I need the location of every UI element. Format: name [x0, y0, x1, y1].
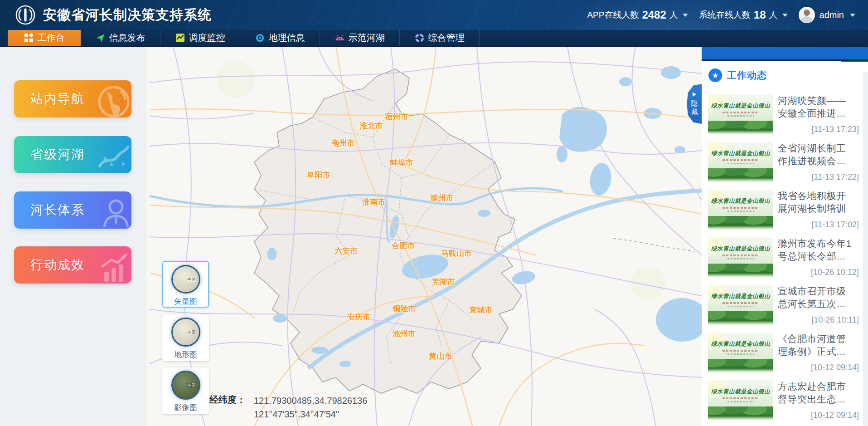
- username-label[interactable]: admin: [820, 10, 844, 20]
- panel-scrollbar[interactable]: [863, 72, 868, 426]
- sys-online-label: 系统在线人数: [699, 9, 751, 21]
- news-title: 宣城市召开市级总河长第五次…: [778, 285, 852, 310]
- sidebar-button-label: 站内导航: [30, 90, 85, 108]
- layer-label: 地形图: [174, 349, 197, 360]
- layer-card-imagery[interactable]: 中国 影像图: [162, 367, 209, 414]
- page-title: 安徽省河长制决策支持系统: [43, 6, 212, 24]
- tab-label: 示范河湖: [349, 32, 385, 44]
- app-online-dropdown[interactable]: APP在线人数 2482 人: [587, 9, 688, 21]
- news-item[interactable]: 绿水青山就是金山银山 我省各地积极开展河湖长制培训 [11-13 17:02]: [708, 190, 863, 230]
- layer-label: 矢量图: [174, 296, 197, 307]
- sidebar-button-action-results[interactable]: 行动成效: [14, 246, 131, 284]
- news-thumbnail: 绿水青山就是金山银山: [708, 94, 773, 134]
- sidebar-button-label: 省级河湖: [30, 146, 85, 163]
- tab-comprehensive-mgmt[interactable]: 综合管理: [400, 30, 480, 46]
- news-title: 方志宏赴合肥市督导突出生态…: [778, 380, 852, 406]
- river-icon: [94, 138, 131, 173]
- thumbnail-caption: 绿水青山就是金山银山: [708, 388, 773, 396]
- news-item[interactable]: 绿水青山就是金山银山 《合肥市河道管理条例》正式… [10-12 09:14]: [708, 333, 863, 372]
- news-thumbnail: 绿水青山就是金山银山: [708, 333, 773, 372]
- globe-country-label: 中国: [187, 277, 196, 282]
- tab-label: 地理信息: [269, 32, 305, 44]
- sys-online-dropdown[interactable]: 系统在线人数 18 人: [699, 9, 788, 21]
- trend-chart-icon: [175, 33, 185, 43]
- news-item[interactable]: 绿水青山就是金山银山 全省河湖长制工作推进视频会… [11-13 17:22]: [708, 142, 863, 182]
- thumbnail-caption: 绿水青山就是金山银山: [708, 340, 773, 348]
- coordinates-decimal: 121.79300485,34.79826136: [254, 394, 367, 407]
- person-tie-icon: [94, 193, 131, 229]
- globe-thumbnail-icon: 中国: [171, 318, 200, 347]
- panel-header: ★ 工作动态: [702, 62, 868, 88]
- thumbnail-caption: 绿水青山就是金山银山: [708, 102, 773, 110]
- news-item[interactable]: 绿水青山就是金山银山 河湖映笑颜——安徽全面推进… [11-13 17:23]: [708, 94, 863, 134]
- map-canvas[interactable]: 宿州市淮北市亳州市蚌埠市阜阳市滁州市淮南市合肥市六安市马鞍山市芜湖市铜陵市宣城市…: [146, 47, 702, 426]
- news-time: [10-12 09:14]: [778, 411, 859, 420]
- globe-icon: [94, 82, 131, 118]
- news-time: [11-13 17:02]: [778, 220, 859, 230]
- location-pin-icon: [255, 33, 265, 43]
- segmented-ring-icon: [415, 33, 424, 43]
- news-title: 滁州市发布今年1号总河长令部…: [778, 237, 852, 263]
- left-sidebar: 站内导航 省级河湖 河长体系 行动成效: [0, 47, 146, 426]
- sys-online-count: 18: [754, 9, 766, 21]
- news-title: 全省河湖长制工作推进视频会…: [778, 142, 852, 167]
- coordinates-readout: 经纬度： 121.79300485,34.79826136 121°47'35"…: [209, 394, 367, 421]
- app-header: 安徽省河长制决策支持系统 APP在线人数 2482 人 系统在线人数 18 人 …: [0, 0, 868, 30]
- bridge-icon: [335, 33, 344, 43]
- news-thumbnail: 绿水青山就是金山银山: [708, 237, 773, 277]
- thumbnail-caption: 绿水青山就是金山银山: [708, 197, 773, 205]
- thumbnail-caption: 绿水青山就是金山银山: [708, 293, 773, 300]
- sidebar-button-site-nav[interactable]: 站内导航: [14, 80, 131, 118]
- tab-dispatch-monitor[interactable]: 调度监控: [160, 30, 240, 46]
- app-online-label: APP在线人数: [587, 9, 639, 21]
- tab-workbench[interactable]: 工作台: [8, 30, 81, 46]
- news-title: 我省各地积极开展河湖长制培训: [778, 190, 852, 215]
- avatar[interactable]: [799, 7, 815, 23]
- tab-label: 综合管理: [428, 32, 465, 44]
- news-list: 绿水青山就是金山银山 河湖映笑颜——安徽全面推进… [11-13 17:23] …: [702, 93, 863, 426]
- panel-title: 工作动态: [727, 69, 767, 82]
- thumbnail-caption: 绿水青山就是金山银山: [708, 150, 773, 157]
- coordinates-dms: 121°47'35",34°47'54": [254, 407, 367, 421]
- layer-label: 影像图: [174, 402, 197, 413]
- tab-label: 调度监控: [189, 32, 225, 44]
- triangle-right-icon: [693, 92, 696, 97]
- sidebar-button-provincial-rivers[interactable]: 省级河湖: [14, 136, 131, 173]
- news-thumbnail: 绿水青山就是金山银山: [708, 285, 773, 325]
- chevron-down-icon[interactable]: [850, 14, 855, 17]
- news-thumbnail: 绿水青山就是金山银山: [708, 190, 773, 230]
- news-time: [10-26 10:11]: [778, 315, 859, 325]
- globe-country-label: 中国: [187, 383, 196, 387]
- tab-demo-rivers[interactable]: 示范河湖: [320, 30, 400, 46]
- news-title: 《合肥市河道管理条例》正式…: [778, 333, 852, 358]
- news-item[interactable]: 绿水青山就是金山银山 方志宏赴合肥市督导突出生态… [10-12 09:14]: [708, 380, 863, 420]
- layer-card-terrain[interactable]: 中国 地形图: [162, 314, 209, 361]
- hide-ribbon-label: 隐藏: [691, 99, 698, 116]
- chevron-down-icon: [683, 14, 688, 17]
- globe-thumbnail-icon: 中国: [171, 371, 200, 400]
- app-online-unit: 人: [669, 9, 678, 21]
- thumbnail-caption: 绿水青山就是金山银山: [708, 245, 773, 253]
- news-item[interactable]: 绿水青山就是金山银山 宣城市召开市级总河长第五次… [10-26 10:11]: [708, 285, 863, 325]
- main-navbar: 工作台 信息发布 调度监控 地理信息 示范河湖 综合管理: [0, 30, 868, 47]
- chart-up-icon: [94, 248, 131, 284]
- tab-info-publish[interactable]: 信息发布: [81, 30, 160, 46]
- star-icon: ★: [708, 69, 722, 82]
- grid-icon: [24, 33, 34, 43]
- news-time: [10-26 10:12]: [778, 268, 859, 277]
- sidebar-button-river-chief-system[interactable]: 河长体系: [14, 191, 131, 229]
- news-time: [11-13 17:22]: [778, 172, 859, 182]
- work-news-panel: ★ 工作动态 绿水青山就是金山银山 河湖映笑颜——安徽全面推进… [11-13 …: [702, 47, 868, 426]
- globe-country-label: 中国: [187, 330, 196, 334]
- news-item[interactable]: 绿水青山就是金山银山 滁州市发布今年1号总河长令部… [10-26 10:12]: [708, 237, 863, 277]
- news-title: 河湖映笑颜——安徽全面推进…: [778, 94, 852, 120]
- news-thumbnail: 绿水青山就是金山银山: [708, 142, 773, 182]
- news-time: [10-12 09:14]: [778, 363, 859, 372]
- panel-top-strip: [702, 47, 868, 61]
- layer-card-vector[interactable]: 中国 矢量图: [162, 261, 209, 308]
- coordinates-label: 经纬度：: [209, 394, 246, 421]
- tab-geo-info[interactable]: 地理信息: [240, 30, 320, 46]
- globe-thumbnail-icon: 中国: [171, 265, 200, 294]
- news-thumbnail: 绿水青山就是金山银山: [708, 380, 773, 420]
- app-online-count: 2482: [642, 9, 666, 21]
